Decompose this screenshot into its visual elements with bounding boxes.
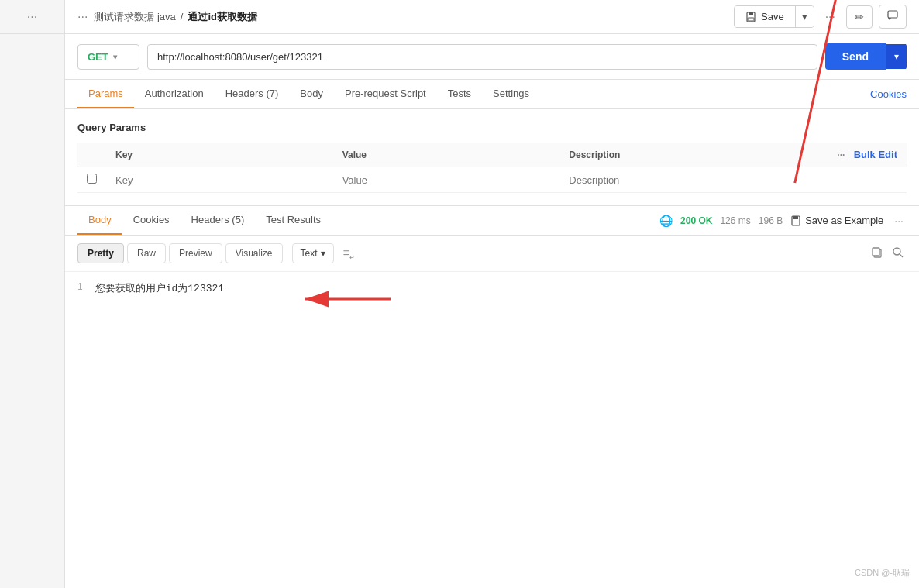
- response-tab-cookies[interactable]: Cookies: [122, 206, 181, 235]
- table-row: [77, 167, 907, 193]
- tab-body[interactable]: Body: [289, 80, 334, 108]
- row-checkbox[interactable]: [87, 174, 97, 184]
- save-example-button[interactable]: Save as Example: [790, 215, 883, 226]
- sidebar-dots[interactable]: ···: [27, 10, 37, 24]
- response-area: Body Cookies Headers (5) Test Results 🌐 …: [65, 205, 919, 349]
- edit-button[interactable]: ✏: [846, 5, 873, 29]
- response-more-button[interactable]: ···: [891, 215, 907, 227]
- response-line-1: 1 您要获取的用户id为123321: [77, 281, 907, 295]
- svg-rect-8: [873, 248, 879, 256]
- search-button[interactable]: [889, 243, 907, 263]
- save-example-icon: [790, 215, 801, 226]
- param-key-input[interactable]: [106, 167, 333, 193]
- response-tab-body[interactable]: Body: [77, 206, 122, 235]
- tab-authorization[interactable]: Authorization: [134, 80, 215, 108]
- save-dropdown-button[interactable]: ▾: [795, 6, 814, 27]
- response-meta: 🌐 200 OK 126 ms 196 B Save as Example ··…: [659, 215, 907, 227]
- tab-pre-request[interactable]: Pre-request Script: [334, 80, 437, 108]
- method-chevron-icon: ▾: [113, 53, 117, 61]
- format-label: Text: [301, 248, 318, 259]
- view-tab-pretty[interactable]: Pretty: [77, 243, 124, 263]
- comment-button[interactable]: [879, 5, 907, 29]
- tab-tests[interactable]: Tests: [437, 80, 482, 108]
- response-time: 126 ms: [720, 215, 750, 226]
- response-view-tabs: Pretty Raw Preview Visualize Text ▾ ≡↵: [65, 236, 919, 272]
- send-button[interactable]: Send: [825, 43, 886, 70]
- request-bar: GET ▾ Send ▾: [65, 34, 919, 80]
- svg-rect-6: [793, 216, 798, 219]
- cookies-link[interactable]: Cookies: [870, 81, 907, 108]
- breadcrumb-parent: 测试请求数据 java: [94, 10, 175, 24]
- desc-field[interactable]: [569, 174, 777, 186]
- table-actions-header: ··· Bulk Edit: [786, 143, 907, 167]
- bulk-edit-link[interactable]: Bulk Edit: [854, 149, 897, 160]
- save-button[interactable]: Save: [735, 6, 795, 27]
- response-body: 1 您要获取的用户id为123321: [65, 272, 919, 349]
- key-field[interactable]: [115, 174, 324, 186]
- table-desc-header: Description: [559, 143, 786, 167]
- save-example-label: Save as Example: [805, 215, 883, 226]
- table-checkbox-header: [77, 143, 106, 167]
- view-tab-raw[interactable]: Raw: [127, 243, 166, 263]
- format-select[interactable]: Text ▾: [292, 243, 334, 263]
- tab-headers[interactable]: Headers (7): [215, 80, 290, 108]
- response-body-text: 您要获取的用户id为123321: [95, 281, 224, 295]
- globe-icon: 🌐: [659, 215, 673, 227]
- copy-icon: [871, 246, 883, 258]
- params-table: Key Value Description ··· Bulk Edit: [77, 143, 907, 193]
- save-icon: [745, 12, 756, 22]
- save-label: Save: [761, 11, 784, 22]
- breadcrumb: 测试请求数据 java / 通过id获取数据: [94, 10, 257, 24]
- view-tab-preview[interactable]: Preview: [169, 243, 222, 263]
- line-number-1: 1: [77, 281, 83, 292]
- method-select[interactable]: GET ▾: [77, 44, 139, 70]
- svg-rect-2: [748, 18, 754, 21]
- method-label: GET: [88, 51, 108, 63]
- table-value-header: Value: [333, 143, 560, 167]
- watermark: CSDN @-耿瑞: [855, 567, 910, 579]
- annotation-arrow-2: [65, 272, 530, 318]
- response-tabs: Body Cookies Headers (5) Test Results: [77, 206, 332, 235]
- tab-params[interactable]: Params: [77, 80, 134, 108]
- value-field[interactable]: [342, 174, 551, 186]
- response-tabs-bar: Body Cookies Headers (5) Test Results 🌐 …: [65, 206, 919, 236]
- topbar-dots[interactable]: ···: [77, 10, 88, 24]
- view-tab-visualize[interactable]: Visualize: [225, 243, 283, 263]
- response-tab-test-results[interactable]: Test Results: [255, 206, 332, 235]
- response-size: 196 B: [759, 215, 783, 226]
- svg-rect-3: [888, 11, 897, 18]
- svg-line-10: [900, 254, 903, 257]
- format-chevron-icon: ▾: [321, 248, 325, 259]
- request-tabs: Params Authorization Headers (7) Body Pr…: [77, 80, 540, 108]
- breadcrumb-separator: /: [181, 11, 184, 22]
- topbar-more-button[interactable]: ···: [821, 7, 840, 27]
- params-content: Query Params Key Value Description ··· B…: [65, 109, 919, 205]
- response-status: 200 OK: [680, 215, 712, 226]
- comment-icon: [887, 10, 898, 21]
- wrap-icon[interactable]: ≡↵: [343, 246, 355, 261]
- url-input[interactable]: [147, 44, 817, 70]
- bulk-edit-dots[interactable]: ···: [837, 150, 845, 160]
- copy-button[interactable]: [868, 243, 886, 263]
- table-key-header: Key: [106, 143, 333, 167]
- save-button-group[interactable]: Save ▾: [734, 5, 814, 28]
- svg-rect-1: [749, 12, 753, 15]
- send-button-group[interactable]: Send ▾: [825, 43, 907, 70]
- request-tabs-bar: Params Authorization Headers (7) Body Pr…: [65, 80, 919, 109]
- breadcrumb-current: 通过id获取数据: [188, 10, 257, 24]
- sidebar: ···: [0, 0, 65, 588]
- send-dropdown-button[interactable]: ▾: [886, 44, 907, 69]
- response-tab-headers[interactable]: Headers (5): [181, 206, 256, 235]
- search-icon: [892, 246, 904, 258]
- query-params-title: Query Params: [77, 122, 907, 133]
- tab-settings[interactable]: Settings: [482, 80, 540, 108]
- param-desc-input[interactable]: [559, 167, 786, 193]
- svg-point-9: [893, 248, 900, 255]
- param-value-input[interactable]: [333, 167, 560, 193]
